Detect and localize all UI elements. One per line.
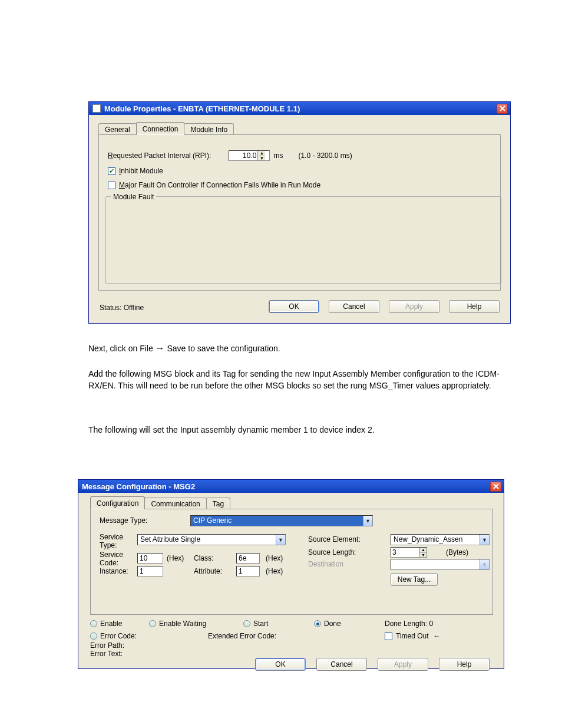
ext-error-label: Extended Error Code: [208,632,276,640]
module-fault-group: Module Fault [105,196,501,284]
cancel-button[interactable]: Cancel [316,658,367,671]
src-elem-value: New_Dynamic_Assen [391,535,480,545]
tab-row: General Connection Module Info [98,122,233,135]
msgtype-value: CIP Generic [191,516,363,526]
src-len-label: Source Length: [308,548,356,556]
module-properties-window: Module Properties - ENBTA (ETHERNET-MODU… [88,101,511,324]
checkbox-icon[interactable] [385,633,392,640]
message-configuration-window: Message Configuration - MSG2 Configurati… [78,479,504,669]
spin-down-icon[interactable]: ▼ [258,156,265,161]
class-input[interactable] [236,553,260,564]
src-len-input[interactable] [391,548,419,557]
inhibit-checkbox[interactable]: ✔ Inhibit Module [108,167,163,175]
apply-button: Apply [378,658,428,671]
title-text: Message Configuration - MSG2 [82,482,195,491]
titlebar[interactable]: Message Configuration - MSG2 [78,480,504,493]
tab-communication[interactable]: Communication [144,498,206,509]
timed-out-checkbox[interactable]: Timed Out ← [385,632,441,640]
spin-down-icon[interactable]: ▼ [420,553,427,558]
enable-radio: Enable [90,620,122,628]
done-radio: Done [314,620,341,628]
error-code-radio: Error Code: [90,632,137,640]
hex3: (Hex) [266,567,283,575]
dest-label: Destination [308,560,343,568]
svc-type-value: Set Attribute Single [138,535,276,545]
rpi-input[interactable] [229,151,257,160]
tab-connection[interactable]: Connection [136,122,185,135]
instance-label: Instance: [100,567,128,575]
help-button[interactable]: Help [449,300,500,313]
rpi-range: (1.0 - 3200.0 ms) [298,151,352,160]
arrow-right-icon: → [156,343,165,353]
close-icon[interactable] [490,482,501,492]
bytes-label: (Bytes) [446,548,468,556]
msgtype-combo[interactable]: CIP Generic ▼ [190,515,373,526]
title-text: Module Properties - ENBTA (ETHERNET-MODU… [104,104,300,113]
src-len-spin[interactable]: ▲▼ [391,547,427,558]
doc-paragraph-1: Next, click on File → Save to save the c… [88,342,511,355]
rpi-label: Requested Packet Interval (RPI): [108,151,211,160]
chevron-down-icon[interactable]: ▼ [480,535,489,545]
done-length: Done Length: 0 [385,620,433,628]
ok-button[interactable]: OK [269,300,319,313]
chevron-down-icon[interactable]: ▼ [363,516,372,526]
dest-value [391,559,480,569]
src-elem-label: Source Element: [308,535,361,543]
error-path-label: Error Path: [90,641,124,650]
apply-button: Apply [389,300,439,313]
cancel-button[interactable]: Cancel [329,300,379,313]
attribute-input[interactable] [236,566,260,577]
dest-combo: ▼ [391,559,490,570]
titlebar[interactable]: Module Properties - ENBTA (ETHERNET-MODU… [89,102,510,115]
tab-general[interactable]: General [98,123,137,135]
rpi-spin[interactable]: ▲▼ [229,150,270,161]
close-icon[interactable] [497,104,508,114]
spin-up-icon[interactable]: ▲ [258,151,265,156]
svc-code-label: Service Code: [100,551,123,567]
attribute-label: Attribute: [194,567,222,575]
doc-paragraph-3: The following will set the Input assembl… [88,424,501,436]
module-fault-legend: Module Fault [111,193,156,201]
tab-configuration[interactable]: Configuration [90,496,145,509]
new-tag-button[interactable]: New Tag... [391,573,438,586]
enable-waiting-radio: Enable Waiting [149,620,206,628]
arrow-left-icon: ← [434,632,441,640]
tab-row: Configuration Communication Tag [90,496,230,509]
hex1: (Hex) [167,554,184,562]
tab-tag[interactable]: Tag [206,498,230,509]
src-elem-combo[interactable]: New_Dynamic_Assen ▼ [391,534,490,545]
svc-code-input[interactable] [137,553,163,564]
system-icon [92,104,101,113]
rpi-row: Requested Packet Interval (RPI): ▲▼ ms (… [108,150,352,161]
class-label: Class: [194,554,213,562]
checkbox-icon[interactable] [108,182,115,189]
spin-up-icon[interactable]: ▲ [420,548,427,553]
ok-button[interactable]: OK [255,658,306,671]
start-radio: Start [243,620,268,628]
doc-paragraph-2: Add the following MSG block and its Tag … [88,368,501,391]
help-button[interactable]: Help [439,658,490,671]
hex2: (Hex) [266,554,283,562]
instance-input[interactable] [137,566,163,577]
svc-type-combo[interactable]: Set Attribute Single ▼ [137,534,286,545]
error-text-label: Error Text: [90,650,123,658]
msgtype-label: Message Type: [100,516,147,525]
rpi-unit: ms [273,151,283,160]
status-label: Status: Offline [100,304,144,312]
tab-module-info[interactable]: Module Info [184,123,234,135]
major-fault-checkbox[interactable]: Major Fault On Controller If Connection … [108,181,320,189]
checkbox-icon[interactable]: ✔ [108,167,115,175]
svc-type-label: Service Type: [100,533,123,549]
chevron-down-icon[interactable]: ▼ [276,535,285,545]
chevron-down-icon: ▼ [480,559,489,569]
